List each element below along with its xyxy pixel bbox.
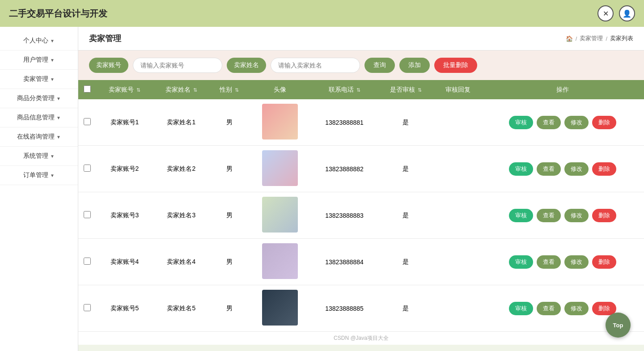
cell-phone-2: 13823888883 xyxy=(311,192,377,239)
select-all-checkbox[interactable] xyxy=(84,85,91,93)
sidebar-item-seller-management[interactable]: 卖家管理 ▼ xyxy=(0,70,78,89)
sort-icon-reviewed[interactable]: ⇅ xyxy=(418,87,422,93)
edit-button-4[interactable]: 修改 xyxy=(564,302,589,315)
name-input[interactable] xyxy=(271,58,360,73)
table-row: 卖家账号2 卖家姓名2 男 13823888882 是 审核 查看 修改 删除 xyxy=(78,146,644,192)
cell-operations-1: 审核 查看 修改 删除 xyxy=(482,146,644,192)
cell-avatar-0 xyxy=(249,99,312,146)
delete-button-0[interactable]: 删除 xyxy=(592,116,616,129)
edit-button-1[interactable]: 修改 xyxy=(564,162,589,176)
breadcrumb: 🏠 / 卖家管理 / 卖家列表 xyxy=(566,34,633,42)
sort-icon-name[interactable]: ⇅ xyxy=(193,87,197,93)
cell-name-0: 卖家姓名1 xyxy=(153,99,210,146)
account-input[interactable] xyxy=(133,58,222,73)
cell-account-4: 卖家账号5 xyxy=(96,285,153,332)
sidebar-item-product-management[interactable]: 商品信息管理 ▼ xyxy=(0,108,78,127)
cell-reviewed-1: 是 xyxy=(377,146,434,192)
sort-icon-account[interactable]: ⇅ xyxy=(136,87,140,93)
row-checkbox-2[interactable] xyxy=(84,211,91,218)
chevron-down-icon: ▼ xyxy=(50,38,55,43)
table-row: 卖家账号3 卖家姓名3 男 13823888883 是 审核 查看 修改 删除 xyxy=(78,192,644,239)
cell-review-reply-4 xyxy=(434,285,482,332)
cell-reviewed-0: 是 xyxy=(377,99,434,146)
cell-name-2: 卖家姓名3 xyxy=(153,192,210,239)
edit-button-3[interactable]: 修改 xyxy=(564,255,589,269)
cell-gender-0: 男 xyxy=(210,99,249,146)
view-button-2[interactable]: 查看 xyxy=(537,209,561,222)
cell-operations-3: 审核 查看 修改 删除 xyxy=(482,239,644,285)
sidebar-item-user-management[interactable]: 用户管理 ▼ xyxy=(0,51,78,70)
cell-operations-0: 审核 查看 修改 删除 xyxy=(482,99,644,146)
row-checkbox-3[interactable] xyxy=(84,258,91,265)
review-button-1[interactable]: 审核 xyxy=(509,162,533,176)
row-checkbox-0[interactable] xyxy=(84,118,91,125)
avatar-2 xyxy=(262,197,298,233)
view-button-0[interactable]: 查看 xyxy=(537,116,561,129)
batch-delete-button[interactable]: 批量删除 xyxy=(434,58,477,73)
cell-account-2: 卖家账号3 xyxy=(96,192,153,239)
app-title: 二手交易平台设计与开发 xyxy=(9,8,107,20)
th-checkbox xyxy=(78,80,96,99)
sort-icon-phone[interactable]: ⇅ xyxy=(356,87,360,93)
user-icon[interactable]: 👤 xyxy=(619,5,635,21)
edit-button-2[interactable]: 修改 xyxy=(564,209,589,222)
header: 二手交易平台设计与开发 ✕ 👤 xyxy=(0,0,644,27)
review-button-3[interactable]: 审核 xyxy=(509,255,533,269)
sort-icon-gender[interactable]: ⇅ xyxy=(235,87,239,93)
row-checkbox-1[interactable] xyxy=(84,165,91,172)
delete-button-1[interactable]: 删除 xyxy=(592,162,616,176)
sidebar-item-consult-management[interactable]: 在线咨询管理 ▼ xyxy=(0,127,78,147)
edit-button-0[interactable]: 修改 xyxy=(564,116,589,129)
avatar-0 xyxy=(262,104,298,140)
cell-checkbox-0 xyxy=(78,99,96,146)
avatar-3 xyxy=(262,243,298,279)
avatar-1 xyxy=(262,150,298,186)
sidebar-item-personal-center[interactable]: 个人中心 ▼ xyxy=(0,31,78,51)
cell-avatar-2 xyxy=(249,192,312,239)
search-bar: 卖家账号 卖家姓名 查询 添加 批量删除 xyxy=(78,51,644,80)
review-button-2[interactable]: 审核 xyxy=(509,209,533,222)
sidebar-item-category-management[interactable]: 商品分类管理 ▼ xyxy=(0,89,78,108)
th-phone: 联系电话 ⇅ xyxy=(311,80,377,99)
review-button-4[interactable]: 审核 xyxy=(509,302,533,315)
table-row: 卖家账号4 卖家姓名4 男 13823888884 是 审核 查看 修改 删除 xyxy=(78,239,644,285)
delete-button-2[interactable]: 删除 xyxy=(592,209,616,222)
page-title: 卖家管理 xyxy=(89,33,121,44)
chevron-down-icon: ▼ xyxy=(50,173,55,178)
breadcrumb-part1: 卖家管理 xyxy=(580,34,603,42)
sidebar-item-system-management[interactable]: 系统管理 ▼ xyxy=(0,147,78,166)
th-name: 卖家姓名 ⇅ xyxy=(153,80,210,99)
query-button[interactable]: 查询 xyxy=(364,58,395,73)
view-button-1[interactable]: 查看 xyxy=(537,162,561,176)
cell-avatar-1 xyxy=(249,146,312,192)
footer-note: CSDN @Java项目大全 xyxy=(78,332,644,345)
chevron-down-icon: ▼ xyxy=(50,77,55,82)
cell-name-1: 卖家姓名2 xyxy=(153,146,210,192)
breadcrumb-sep2: / xyxy=(606,35,607,42)
delete-button-3[interactable]: 删除 xyxy=(592,255,616,269)
cell-review-reply-0 xyxy=(434,99,482,146)
cell-operations-2: 审核 查看 修改 删除 xyxy=(482,192,644,239)
cell-name-4: 卖家姓名5 xyxy=(153,285,210,332)
scroll-top-button[interactable]: Top xyxy=(606,313,631,338)
cell-phone-4: 13823888885 xyxy=(311,285,377,332)
table-row: 卖家账号1 卖家姓名1 男 13823888881 是 审核 查看 修改 删除 xyxy=(78,99,644,146)
cell-gender-3: 男 xyxy=(210,239,249,285)
close-icon[interactable]: ✕ xyxy=(597,5,614,21)
cell-review-reply-2 xyxy=(434,192,482,239)
cell-reviewed-3: 是 xyxy=(377,239,434,285)
cell-phone-1: 13823888882 xyxy=(311,146,377,192)
review-button-0[interactable]: 审核 xyxy=(509,116,533,129)
row-checkbox-4[interactable] xyxy=(84,304,91,311)
chevron-down-icon: ▼ xyxy=(50,58,55,63)
add-button[interactable]: 添加 xyxy=(399,58,430,73)
cell-account-1: 卖家账号2 xyxy=(96,146,153,192)
sidebar-item-order-management[interactable]: 订单管理 ▼ xyxy=(0,166,78,185)
cell-gender-2: 男 xyxy=(210,192,249,239)
sidebar: 个人中心 ▼ 用户管理 ▼ 卖家管理 ▼ 商品分类管理 ▼ 商品信息管理 ▼ 在… xyxy=(0,27,78,351)
cell-account-0: 卖家账号1 xyxy=(96,99,153,146)
delete-button-4[interactable]: 删除 xyxy=(592,302,616,315)
breadcrumb-home: 🏠 xyxy=(566,35,573,42)
view-button-4[interactable]: 查看 xyxy=(537,302,561,315)
view-button-3[interactable]: 查看 xyxy=(537,255,561,269)
